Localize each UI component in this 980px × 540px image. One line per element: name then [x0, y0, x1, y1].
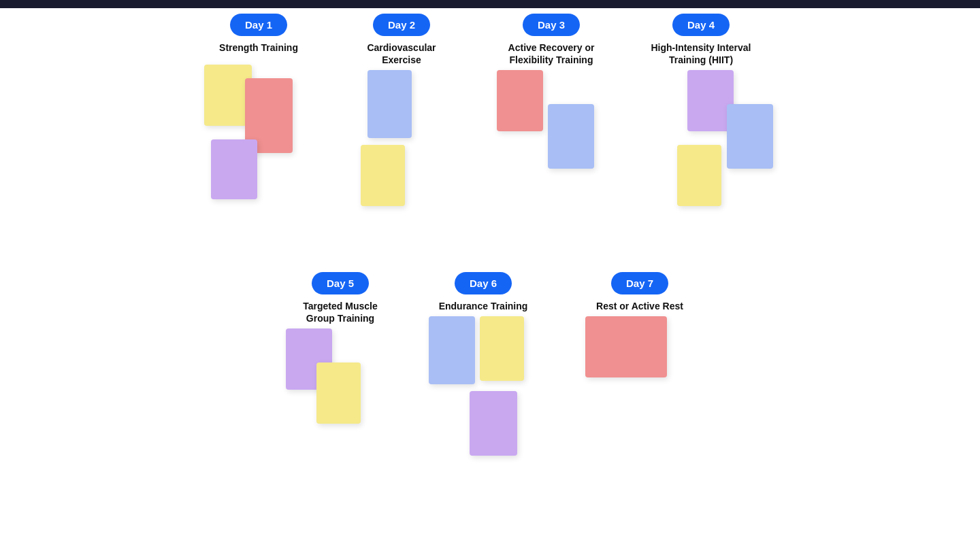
card-day6-2: [470, 391, 517, 456]
card-day6-1: [480, 316, 524, 381]
cards-day7: [585, 316, 694, 466]
section-day6: Day 6Endurance Training: [429, 272, 538, 466]
section-day4: Day 4High-Intensity Interval Training (H…: [647, 14, 755, 220]
top-bar: [0, 0, 980, 8]
badge-day2: Day 2: [373, 14, 430, 36]
label-day6: Endurance Training: [439, 300, 528, 312]
badge-day7: Day 7: [611, 272, 668, 294]
card-day2-1: [361, 145, 405, 206]
section-day2: Day 2Cardiovascular Exercise: [347, 14, 456, 220]
label-day4: High-Intensity Interval Training (HIIT): [647, 41, 755, 66]
section-day5: Day 5Targeted Muscle Group Training: [286, 272, 395, 478]
label-day5: Targeted Muscle Group Training: [303, 300, 377, 324]
card-day4-2: [677, 145, 721, 206]
card-day6-0: [429, 316, 475, 384]
badge-day1: Day 1: [230, 14, 287, 36]
cards-day1: [204, 58, 313, 207]
card-day1-2: [211, 139, 257, 199]
label-day7: Rest or Active Rest: [596, 300, 683, 312]
label-day2: Cardiovascular Exercise: [347, 41, 456, 66]
card-day2-0: [368, 70, 412, 138]
card-day4-1: [727, 104, 773, 169]
badge-day3: Day 3: [523, 14, 580, 36]
cards-day5: [286, 328, 395, 478]
section-day7: Day 7Rest or Active Rest: [585, 272, 694, 466]
cards-day2: [347, 70, 456, 220]
cards-day3: [497, 70, 606, 220]
cards-day4: [647, 70, 755, 220]
label-day3: Active Recovery or Flexibility Training: [508, 41, 595, 66]
card-day3-0: [497, 70, 543, 131]
badge-day5: Day 5: [312, 272, 369, 294]
section-day1: Day 1Strength Training: [204, 14, 313, 207]
card-day3-1: [548, 104, 594, 169]
cards-day6: [429, 316, 538, 466]
section-day3: Day 3Active Recovery or Flexibility Trai…: [497, 14, 606, 220]
badge-day6: Day 6: [455, 272, 512, 294]
card-day5-1: [316, 362, 361, 424]
card-day7-0: [585, 316, 667, 377]
badge-day4: Day 4: [672, 14, 730, 36]
label-day1: Strength Training: [219, 41, 298, 54]
